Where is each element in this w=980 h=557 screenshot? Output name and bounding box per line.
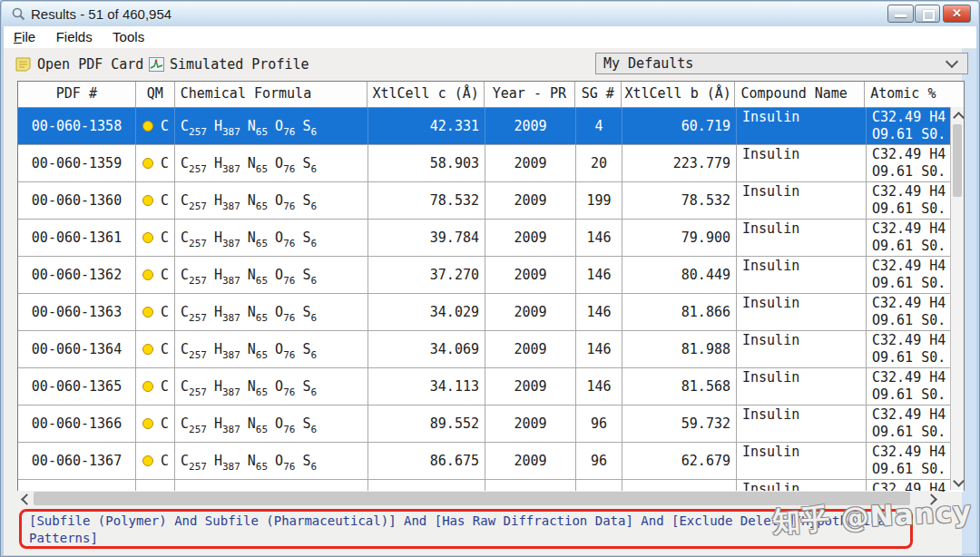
cell-year-pr: 2009 (485, 406, 576, 442)
table-header: PDF #QMChemical FormulaXtlCell c (Å)Year… (18, 82, 964, 108)
defaults-dropdown-value: My Defaults (596, 55, 947, 72)
defaults-dropdown[interactable]: My Defaults (595, 53, 968, 74)
cell-xtlcell-c: 39.784 (368, 220, 485, 256)
pdf-card-icon (15, 57, 32, 72)
column-header-xtlcell-c[interactable]: XtlCell c (Å) (368, 82, 485, 107)
cell-qm: C (136, 108, 175, 144)
menu-bar: File Fields Tools (4, 26, 976, 49)
cell-year-pr: 2009 (485, 368, 576, 405)
cell-pdf-number: 00-060-1358 (18, 108, 136, 144)
cell-atomic-percent: C32.49 H4O9.61 S0. (867, 182, 952, 219)
column-header-pdf[interactable]: PDF # (18, 82, 136, 107)
qm-label: C (161, 368, 169, 405)
qm-quality-dot-icon (142, 269, 153, 280)
cell-chemical-formula: C257H387N65O76S6 (175, 294, 368, 330)
cell-xtlcell-b: 81.988 (622, 331, 737, 367)
qm-quality-dot-icon (142, 121, 153, 132)
table-row[interactable]: 00-060-1362 C C257H387N65O76S6 37.270 20… (18, 257, 964, 294)
results-window: Results - 51 of 460,954 ✕ File Fields To… (0, 0, 980, 557)
cell-chemical-formula: C257H387N65O76S6 (175, 257, 368, 293)
table-row[interactable]: 00-060-1361 C C257H387N65O76S6 39.784 20… (18, 220, 964, 257)
cell-sg-number: 146 (576, 331, 622, 367)
cell-xtlcell-b: 81.568 (622, 368, 737, 405)
qm-label: C (161, 108, 169, 144)
cell-atomic-percent: C32.49 H4O9.61 S0. (867, 443, 952, 479)
column-header-chemical-formula[interactable]: Chemical Formula (175, 82, 368, 107)
close-icon: ✕ (944, 6, 970, 20)
table-row[interactable]: 00-060-1359 C C257H387N65O76S6 58.903 20… (18, 145, 964, 182)
cell-qm: C (136, 220, 175, 256)
cell-sg-number: 96 (576, 443, 622, 479)
cell-year-pr: 2009 (485, 220, 576, 256)
cell-xtlcell-b: 59.732 (622, 406, 737, 442)
cell-qm: C (136, 406, 175, 442)
title-bar[interactable]: Results - 51 of 460,954 ✕ (2, 2, 978, 26)
cell-qm: C (136, 257, 175, 293)
table-body: 00-060-1358 C C257H387N65O76S6 42.331 20… (18, 108, 964, 492)
vertical-scrollbar[interactable] (950, 107, 964, 490)
column-header-compound-name[interactable]: Compound Name (735, 82, 865, 107)
cell-chemical-formula: C257H387N65O76S6 (175, 182, 368, 219)
close-button[interactable]: ✕ (943, 5, 971, 23)
cell-chemical-formula: C257H387N65O76S6 (175, 406, 368, 442)
table-row[interactable]: 00-060-1364 C C257H387N65O76S6 34.069 20… (18, 331, 964, 368)
cell-pdf-number: 00-060-1360 (18, 182, 136, 219)
cell-year-pr: 2009 (485, 182, 576, 219)
column-header-year-pr[interactable]: Year - PR (485, 82, 575, 107)
table-row[interactable]: 00-060-1360 C C257H387N65O76S6 78.532 20… (18, 182, 964, 220)
cell-atomic-percent: C32.49 H4O9.61 S0. (867, 294, 952, 330)
qm-quality-dot-icon (142, 232, 153, 243)
table-row[interactable]: 00-060-1358 C C257H387N65O76S6 42.331 20… (18, 108, 964, 145)
cell-year-pr: 2009 (485, 443, 576, 479)
vertical-scroll-thumb[interactable] (953, 124, 962, 197)
cell-xtlcell-c: 34.113 (368, 368, 485, 405)
menu-tools[interactable]: Tools (104, 26, 152, 44)
menu-file[interactable]: File (4, 26, 44, 44)
qm-quality-dot-icon (142, 455, 153, 466)
simulated-profile-button[interactable]: Simulated Profile (149, 54, 309, 75)
chevron-down-icon (953, 475, 965, 487)
table-row[interactable]: 00-060-1363 C C257H387N65O76S6 34.029 20… (18, 294, 964, 331)
minimize-icon (895, 15, 906, 17)
cell-qm: C (136, 443, 175, 479)
cell-atomic-percent: C32.49 H4O9.61 S0. (867, 145, 952, 181)
cell-sg-number: 199 (576, 182, 622, 219)
cell-xtlcell-b: 62.679 (622, 443, 737, 479)
cell-compound-name: Insulin (737, 182, 867, 219)
cell-atomic-percent: C32.49 H4O9.61 S0. (867, 406, 952, 442)
table-row[interactable]: 00-060-1367 C C257H387N65O76S6 86.675 20… (18, 443, 964, 480)
cell-xtlcell-c: 34.069 (368, 331, 485, 367)
open-pdf-card-button[interactable]: Open PDF Card (15, 54, 143, 75)
cell-compound-name: Insulin (737, 368, 867, 405)
cell-year-pr: 2009 (485, 257, 576, 293)
scroll-down-button[interactable] (952, 475, 963, 489)
maximize-button[interactable] (915, 5, 940, 23)
cell-compound-name: Insulin (737, 331, 867, 367)
cell-sg-number: 146 (576, 257, 622, 293)
cell-pdf-number: 00-060-1361 (18, 220, 136, 256)
table-row[interactable]: 00-060-1365 C C257H387N65O76S6 34.113 20… (18, 368, 964, 406)
cell-year-pr: 2009 (485, 108, 576, 144)
column-header-sg[interactable]: SG # (575, 82, 622, 107)
cell-xtlcell-b: 223.779 (622, 145, 737, 181)
qm-label: C (161, 257, 169, 293)
column-header-xtlcell-b[interactable]: XtlCell b (Å) (622, 82, 736, 107)
simulated-profile-label: Simulated Profile (170, 56, 309, 73)
minimize-button[interactable] (887, 5, 914, 23)
profile-chart-icon (149, 57, 164, 72)
qm-label: C (161, 294, 169, 330)
column-header-atomic[interactable]: Atomic % (865, 82, 964, 107)
cell-atomic-percent: C32.49 H4O9.61 S0. (867, 220, 952, 256)
maximize-icon (923, 10, 935, 21)
cell-atomic-percent: C32.49 H4O9.61 S0. (867, 331, 952, 367)
table-row[interactable]: 00-060-1366 C C257H387N65O76S6 89.552 20… (18, 406, 964, 443)
scroll-left-button[interactable] (17, 492, 31, 505)
cell-pdf-number: 00-060-1364 (18, 331, 136, 367)
scroll-up-button[interactable] (952, 108, 963, 122)
column-header-qm[interactable]: QM (136, 82, 175, 107)
qm-label: C (161, 145, 169, 181)
cell-sg-number: 146 (576, 220, 622, 256)
menu-fields[interactable]: Fields (48, 26, 101, 44)
cell-xtlcell-b: 78.532 (622, 182, 737, 219)
qm-label: C (161, 443, 169, 479)
